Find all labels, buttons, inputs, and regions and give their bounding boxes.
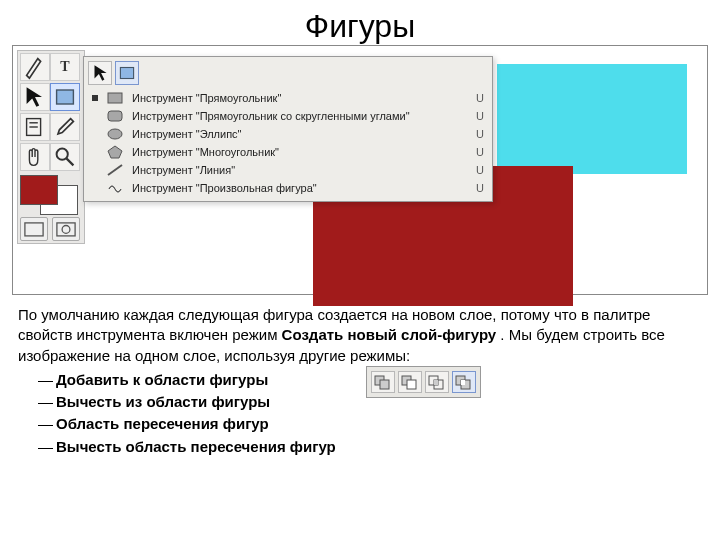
quickmask-row	[20, 217, 82, 241]
svg-rect-10	[108, 93, 122, 103]
ellipse-icon	[106, 127, 124, 141]
shape-tool-icon[interactable]	[115, 61, 139, 85]
flyout-item-key: U	[476, 128, 484, 140]
page-title: Фигуры	[0, 8, 720, 45]
path-select-icon[interactable]	[20, 83, 50, 111]
rect-icon	[106, 91, 124, 105]
body-text: По умолчанию каждая следующая фигура соз…	[18, 305, 702, 457]
bullet-line: — Область пересечения фигур	[38, 414, 702, 434]
bullet-line: — Вычесть область пересечения фигур	[38, 437, 702, 457]
cyan-sample-rect	[497, 64, 687, 174]
eyedropper-icon[interactable]	[50, 113, 80, 141]
line-icon	[106, 163, 124, 177]
svg-rect-9	[120, 68, 133, 79]
illustration-stage: T	[12, 45, 708, 295]
paragraph-bold: Создать новый слой-фигуру	[282, 326, 497, 343]
flyout-item-key: U	[476, 110, 484, 122]
pointer-icon[interactable]	[88, 61, 112, 85]
svg-rect-21	[434, 380, 438, 385]
flyout-item-custom[interactable]: Инструмент "Произвольная фигура"U	[84, 179, 492, 197]
flyout-item-rect[interactable]: Инструмент "Прямоугольник"U	[84, 89, 492, 107]
roundrect-icon	[106, 109, 124, 123]
svg-rect-24	[461, 380, 465, 385]
svg-point-4	[57, 149, 68, 160]
flyout-item-line[interactable]: Инструмент "Линия"U	[84, 161, 492, 179]
polygon-icon	[106, 145, 124, 159]
flyout-item-ellipse[interactable]: Инструмент "Эллипс"U	[84, 125, 492, 143]
custom-icon	[106, 181, 124, 195]
flyout-item-label: Инструмент "Эллипс"	[132, 128, 470, 140]
flyout-item-label: Инструмент "Прямоугольник со скругленным…	[132, 110, 470, 122]
svg-marker-13	[108, 146, 122, 158]
flyout-item-key: U	[476, 182, 484, 194]
tools-panel: T	[17, 50, 85, 244]
svg-rect-16	[380, 380, 389, 389]
svg-rect-6	[25, 222, 43, 235]
hand-icon[interactable]	[20, 143, 50, 171]
svg-rect-11	[108, 111, 122, 121]
shape-tool-icon[interactable]	[50, 83, 80, 111]
shape-tool-flyout: Инструмент "Прямоугольник"UИнструмент "П…	[83, 56, 493, 202]
pen-icon[interactable]	[20, 53, 50, 81]
mask-mode-icon[interactable]	[52, 217, 80, 241]
zoom-icon[interactable]	[50, 143, 80, 171]
flyout-item-label: Инструмент "Прямоугольник"	[132, 92, 470, 104]
add-shape-area-icon[interactable]	[371, 371, 395, 393]
flyout-item-key: U	[476, 146, 484, 158]
flyout-item-label: Инструмент "Произвольная фигура"	[132, 182, 470, 194]
standard-mode-icon[interactable]	[20, 217, 48, 241]
svg-point-12	[108, 129, 122, 139]
flyout-item-label: Инструмент "Многоугольник"	[132, 146, 470, 158]
svg-line-5	[66, 158, 73, 165]
shape-combine-buttons	[366, 366, 481, 398]
notes-icon[interactable]	[20, 113, 50, 141]
color-swatches[interactable]	[20, 175, 78, 215]
svg-line-14	[108, 165, 122, 175]
flyout-item-key: U	[476, 92, 484, 104]
bullet-list: — Добавить к области фигуры— Вычесть из …	[38, 370, 702, 457]
foreground-swatch[interactable]	[20, 175, 58, 205]
flyout-item-roundrect[interactable]: Инструмент "Прямоугольник со скругленным…	[84, 107, 492, 125]
svg-rect-18	[407, 380, 416, 389]
exclude-overlap-icon[interactable]	[452, 371, 476, 393]
intersect-shape-area-icon[interactable]	[425, 371, 449, 393]
svg-point-8	[62, 225, 70, 233]
type-icon[interactable]: T	[50, 53, 80, 81]
flyout-item-label: Инструмент "Линия"	[132, 164, 470, 176]
subtract-shape-area-icon[interactable]	[398, 371, 422, 393]
svg-rect-0	[57, 90, 74, 104]
flyout-item-polygon[interactable]: Инструмент "Многоугольник"U	[84, 143, 492, 161]
flyout-item-key: U	[476, 164, 484, 176]
flyout-head	[84, 57, 492, 85]
